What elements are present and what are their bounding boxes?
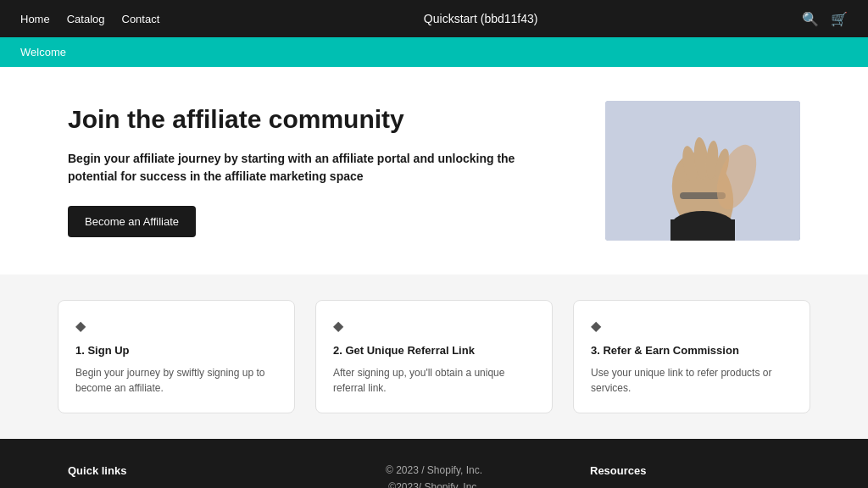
footer: Quick links Home Catalog Contact © 2023 … (0, 439, 868, 488)
card-2-desc: After signing up, you'll obtain a unique… (333, 365, 535, 396)
card-2-title: 2. Get Unique Referral Link (333, 344, 535, 357)
copyright-line2: ©2023/ Shopify, Inc. (329, 481, 539, 488)
cards-section: ◆ 1. Sign Up Begin your journey by swift… (0, 274, 868, 439)
hero-content: Join the affiliate community Begin your … (68, 104, 542, 237)
card-1-title: 1. Sign Up (75, 344, 277, 357)
card-3-desc: Use your unique link to refer products o… (591, 365, 793, 396)
store-name: Quickstart (bbd11f43) (424, 12, 538, 25)
nav-links: Home Catalog Contact (20, 13, 159, 25)
card-1-desc: Begin your journey by swiftly signing up… (75, 365, 277, 396)
svg-rect-9 (670, 219, 735, 241)
card-3-title: 3. Refer & Earn Commission (591, 344, 793, 357)
nav-contact-link[interactable]: Contact (122, 13, 160, 25)
welcome-text: Welcome (20, 46, 66, 58)
card-commission: ◆ 3. Refer & Earn Commission Use your un… (573, 300, 810, 413)
card-3-icon: ◆ (591, 318, 793, 334)
main-nav: Home Catalog Contact Quickstart (bbd11f4… (0, 0, 868, 37)
hero-title: Join the affiliate community (68, 104, 542, 135)
card-signup: ◆ 1. Sign Up Begin your journey by swift… (58, 300, 295, 413)
copyright-line1: © 2023 / Shopify, Inc. (329, 464, 539, 476)
card-referral: ◆ 2. Get Unique Referral Link After sign… (315, 300, 553, 413)
footer-copyright: © 2023 / Shopify, Inc. ©2023/ Shopify, I… (329, 464, 539, 488)
search-icon[interactable]: 🔍 (802, 11, 819, 27)
nav-home-link[interactable]: Home (20, 13, 50, 25)
nav-catalog-link[interactable]: Catalog (67, 13, 105, 25)
card-1-icon: ◆ (75, 318, 277, 334)
hero-image (605, 101, 800, 241)
footer-quick-links-title: Quick links (68, 464, 278, 477)
hero-subtitle: Begin your affiliate journey by starting… (68, 150, 542, 186)
hero-section: Join the affiliate community Begin your … (0, 67, 868, 274)
footer-resources-title: Resources (590, 464, 800, 477)
cart-icon[interactable]: 🛒 (831, 11, 848, 27)
footer-resources: Resources Generated test data docs Graph… (590, 464, 800, 488)
welcome-banner: Welcome (0, 37, 868, 67)
card-2-icon: ◆ (333, 318, 535, 334)
nav-actions: 🔍 🛒 (802, 11, 848, 27)
become-affiliate-button[interactable]: Become an Affiliate (68, 206, 196, 237)
footer-quick-links: Quick links Home Catalog Contact (68, 464, 278, 488)
